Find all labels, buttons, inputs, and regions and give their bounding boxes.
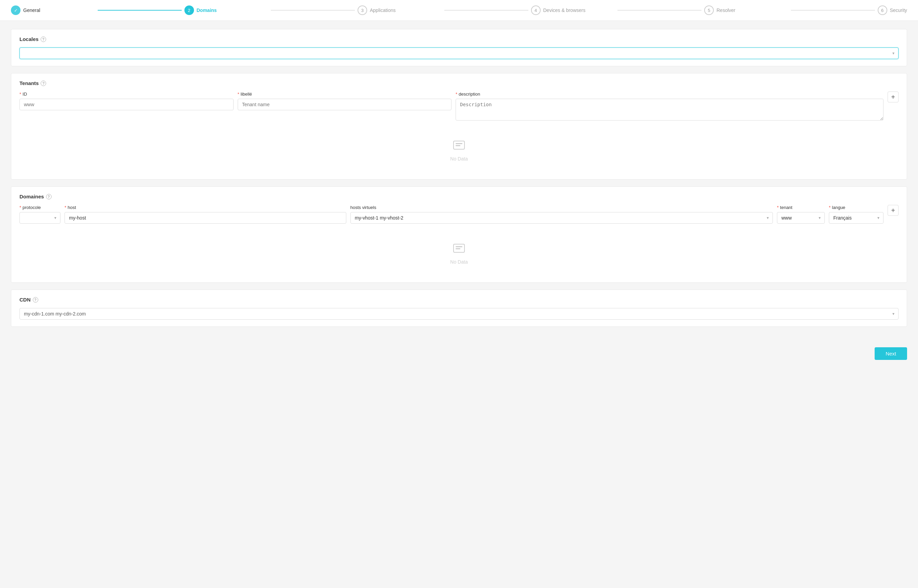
domaines-no-data: No Data: [19, 229, 899, 276]
domaines-section: Domaines ? * protocole http https: [11, 186, 907, 283]
domaines-title: Domaines ?: [19, 194, 899, 199]
cdn-help-icon[interactable]: ?: [33, 297, 38, 302]
domaines-hosts-virtuels-field: hosts virtuels my-vhost-1 my-vhost-2: [351, 205, 773, 224]
step-label-resolver: Resolver: [716, 8, 735, 13]
connector-3: [444, 10, 528, 11]
cdn-input-wrapper: [19, 308, 899, 320]
connector-1: [98, 10, 182, 11]
tenant-select-wrapper: www: [777, 212, 825, 224]
cdn-input[interactable]: [19, 308, 899, 320]
domaines-protocole-field: * protocole http https: [19, 205, 60, 224]
domaines-tenant-label: * tenant: [777, 205, 825, 210]
domaines-langue-label: * langue: [829, 205, 884, 210]
locales-select[interactable]: [19, 47, 899, 59]
main-content: Locales ? Tenants ? * ID: [0, 21, 918, 342]
domaines-host-field: * host: [65, 205, 346, 224]
step-label-general: General: [23, 8, 40, 13]
step-circle-resolver: 5: [704, 5, 714, 15]
domaines-host-input[interactable]: [65, 212, 346, 224]
connector-5: [791, 10, 875, 11]
protocole-select[interactable]: http https: [19, 212, 60, 224]
no-data-icon: [451, 137, 467, 153]
tenants-description-field: * description: [456, 92, 884, 121]
tenants-add-col: +: [887, 92, 899, 104]
cdn-section: CDN ?: [11, 289, 907, 327]
tenants-libelle-field: * libellé: [238, 92, 452, 110]
tenants-title: Tenants ?: [19, 80, 899, 86]
svg-rect-1: [456, 143, 462, 144]
hosts-virtuels-select-wrapper: my-vhost-1 my-vhost-2: [351, 212, 773, 224]
svg-rect-5: [456, 248, 461, 249]
tenants-libelle-label: * libellé: [238, 92, 452, 97]
tenants-no-data: No Data: [19, 126, 899, 173]
connector-4: [617, 10, 701, 11]
step-label-applications: Applications: [370, 8, 396, 13]
domaines-hosts-virtuels-label: hosts virtuels: [351, 205, 773, 210]
hosts-virtuels-select[interactable]: my-vhost-1 my-vhost-2: [351, 212, 773, 224]
tenants-description-textarea[interactable]: [456, 99, 884, 121]
footer: Next: [0, 342, 918, 365]
locales-title: Locales ?: [19, 36, 899, 42]
stepper: ✓ General 2 Domains 3 Applications 4 Dev…: [0, 0, 918, 21]
tenants-help-icon[interactable]: ?: [40, 81, 46, 86]
domaines-no-data-text: No Data: [450, 259, 467, 265]
langue-select[interactable]: Français English: [829, 212, 884, 224]
step-circle-general: ✓: [11, 5, 21, 15]
locales-help-icon[interactable]: ?: [40, 37, 46, 42]
domaines-no-data-icon: [451, 240, 467, 257]
step-circle-security: 6: [878, 5, 887, 15]
step-devices[interactable]: 4 Devices & browsers: [531, 5, 615, 15]
locales-select-wrapper: [19, 47, 899, 59]
tenants-id-input[interactable]: [19, 99, 234, 110]
step-domains[interactable]: 2 Domains: [184, 5, 268, 15]
tenants-no-data-text: No Data: [450, 156, 467, 162]
domaines-add-col: +: [887, 205, 899, 217]
svg-rect-2: [456, 145, 461, 146]
domaines-tenant-field: * tenant www: [777, 205, 825, 224]
locales-section: Locales ?: [11, 29, 907, 66]
tenant-select[interactable]: www: [777, 212, 825, 224]
svg-rect-4: [456, 246, 462, 247]
step-label-devices: Devices & browsers: [543, 8, 586, 13]
cdn-title: CDN ?: [19, 297, 899, 302]
step-circle-applications: 3: [357, 5, 367, 15]
tenants-section: Tenants ? * ID * libellé: [11, 73, 907, 179]
domaines-form-row: * protocole http https * host: [19, 205, 899, 224]
step-circle-devices: 4: [531, 5, 541, 15]
tenants-id-label: * ID: [19, 92, 234, 97]
step-resolver[interactable]: 5 Resolver: [704, 5, 788, 15]
protocole-select-wrapper: http https: [19, 212, 60, 224]
step-general[interactable]: ✓ General: [11, 5, 95, 15]
step-label-security: Security: [890, 8, 907, 13]
langue-select-wrapper: Français English: [829, 212, 884, 224]
domaines-help-icon[interactable]: ?: [46, 194, 52, 199]
domaines-host-label: * host: [65, 205, 346, 210]
step-applications[interactable]: 3 Applications: [357, 5, 441, 15]
tenants-add-button[interactable]: +: [887, 92, 899, 102]
tenants-libelle-input[interactable]: [238, 99, 452, 110]
domaines-langue-field: * langue Français English: [829, 205, 884, 224]
tenants-description-label: * description: [456, 92, 884, 97]
tenants-id-field: * ID: [19, 92, 234, 110]
step-security[interactable]: 6 Security: [878, 5, 907, 15]
step-label-domains: Domains: [197, 8, 217, 13]
step-circle-domains: 2: [184, 5, 194, 15]
next-button[interactable]: Next: [874, 347, 907, 360]
connector-2: [271, 10, 355, 11]
domaines-protocole-label: * protocole: [19, 205, 60, 210]
tenants-form-row: * ID * libellé * description: [19, 92, 899, 121]
domaines-add-button[interactable]: +: [887, 205, 899, 216]
